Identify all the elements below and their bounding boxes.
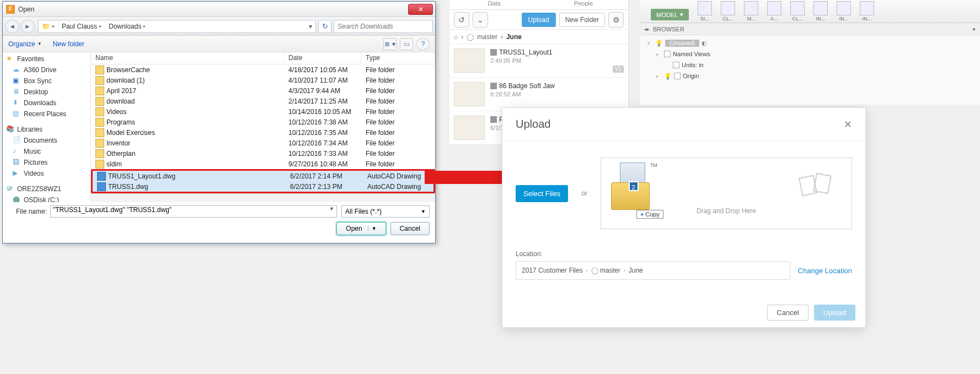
file-row[interactable]: TRUSS1_Layout1.dwg 6/2/2017 2:14 PM Auto… <box>93 171 433 181</box>
workspace-dropdown[interactable]: MODEL▾ <box>651 9 689 20</box>
crumb-master[interactable]: master <box>477 33 497 41</box>
upload-button[interactable]: Upload <box>522 13 556 27</box>
col-type[interactable]: Type <box>361 52 435 64</box>
cancel-button[interactable]: Cancel <box>390 222 430 235</box>
newfolder-button[interactable]: New folder <box>53 40 84 48</box>
search-input[interactable] <box>334 20 433 33</box>
computer-header[interactable]: 🖳ORE2ZS8WZ1 <box>3 183 90 194</box>
file-row[interactable]: BrowserCache 4/18/2017 10:05 AM File fol… <box>91 64 435 75</box>
ribbon-tool[interactable]: CL... <box>719 1 737 21</box>
cancel-button[interactable]: Cancel <box>767 305 808 321</box>
dropdown-icon[interactable]: ⌄ <box>473 12 488 28</box>
sidebar-item[interactable]: 📄Documents <box>3 135 90 146</box>
file-row[interactable]: sldim 9/27/2016 10:48 AM File folder <box>91 159 435 169</box>
dwg-icon <box>97 172 106 181</box>
open-button[interactable]: Open▼ <box>336 222 385 235</box>
address-bar[interactable]: 📁▸ Paul Clauss▸ Downloads▸ ▾ <box>38 20 316 33</box>
ribbon-tool[interactable]: SI... <box>695 1 714 21</box>
sidebar-item[interactable]: ⬤OSDisk (C:) <box>3 194 90 202</box>
sidebar-item[interactable]: ▣Box Sync <box>3 75 90 86</box>
ribbon-tool[interactable]: M... <box>742 1 761 21</box>
home-icon[interactable]: ⌂ <box>454 33 458 41</box>
sidebar-item[interactable]: ▤Recent Places <box>3 109 90 120</box>
file-name: Otherplan <box>106 150 136 158</box>
ribbon-tool[interactable]: A... <box>765 1 784 21</box>
sidebar-item[interactable]: ♪Music <box>3 146 90 157</box>
folder-icon <box>95 76 104 85</box>
tab-data[interactable]: Data <box>449 0 539 9</box>
help-button[interactable]: ? <box>416 38 430 50</box>
favorites-header[interactable]: ★Favorites <box>3 53 90 64</box>
column-headers[interactable]: Name Date Type <box>91 52 435 64</box>
close-icon[interactable]: ✕ <box>844 118 852 131</box>
data-panel-item[interactable]: TRUSS1_Layout1 2:49:05 PM V1 <box>449 44 628 78</box>
sidebar-item[interactable]: ▶Videos <box>3 168 90 179</box>
file-type: File folder <box>361 97 435 105</box>
col-name[interactable]: Name <box>91 52 284 64</box>
close-icon[interactable]: ✕ <box>408 4 433 15</box>
file-type: File folder <box>361 150 435 158</box>
gear-icon[interactable]: ⚙ <box>608 12 624 28</box>
ribbon-tool[interactable]: IN... <box>834 1 853 21</box>
file-row[interactable]: TRUSS1.dwg 6/2/2017 2:13 PM AutoCAD Draw… <box>93 181 433 192</box>
upload-submit-button[interactable]: Upload <box>814 305 855 321</box>
filetype-filter[interactable]: All Files (*.*)▼ <box>341 205 430 218</box>
col-date[interactable]: Date <box>284 52 361 64</box>
file-row[interactable]: Videos 10/14/2016 10:05 AM File folder <box>91 106 435 117</box>
crumb-user[interactable]: Paul Clauss▸ <box>58 20 105 32</box>
forward-button[interactable]: ► <box>20 19 35 34</box>
folder-icon <box>95 86 104 95</box>
crumb-root[interactable]: 📁▸ <box>39 20 58 32</box>
back-button[interactable]: ◄ <box>5 19 19 34</box>
drop-hint-icon <box>796 171 835 199</box>
preview-pane-button[interactable]: ▭ <box>400 38 413 50</box>
tree-units[interactable]: Units: in <box>640 59 980 71</box>
drop-zone[interactable]: TM 2 +Copy Drag and Drop Here <box>601 158 852 229</box>
tab-people[interactable]: People <box>539 0 628 9</box>
collapse-icon[interactable]: ◂▸ <box>644 26 650 32</box>
file-name: TRUSS1.dwg <box>108 183 148 191</box>
fusion-browser-panel: MODEL▾ SI... CL... M... A... CL... IN...… <box>640 0 980 105</box>
sidebar-item[interactable]: ☁A360 Drive <box>3 64 90 75</box>
file-row[interactable]: download 2/14/2017 11:25 AM File folder <box>91 96 435 106</box>
address-dropdown-icon[interactable]: ▾ <box>306 23 315 30</box>
file-row[interactable]: April 2017 4/3/2017 9:44 AM File folder <box>91 85 435 96</box>
view-button[interactable]: ≣ ▾ <box>383 38 397 50</box>
ribbon-tool[interactable]: IN... <box>858 1 876 21</box>
history-icon[interactable]: ↺ <box>454 12 469 28</box>
organize-button[interactable]: Organize▼ <box>8 40 42 48</box>
filename-input[interactable]: "TRUSS1_Layout1.dwg" "TRUSS1.dwg"▼ <box>50 205 337 218</box>
file-row[interactable]: Programs 10/12/2016 7:38 AM File folder <box>91 117 435 127</box>
file-date: 10/14/2016 10:05 AM <box>284 108 361 116</box>
tree-origin[interactable]: ▹💡Origin <box>640 71 980 82</box>
file-name: TRUSS1_Layout1.dwg <box>108 172 175 180</box>
design-icon <box>490 116 497 123</box>
scrollbar[interactable] <box>91 193 435 202</box>
file-row[interactable]: Inventor 10/12/2016 7:34 AM File folder <box>91 138 435 148</box>
crumb-folder[interactable]: Downloads▸ <box>105 20 149 32</box>
file-row[interactable]: Model Exercises 10/12/2016 7:35 AM File … <box>91 127 435 138</box>
libraries-header[interactable]: 📚Libraries <box>3 124 90 135</box>
data-panel-tabs: Data People <box>449 0 628 10</box>
select-files-button[interactable]: Select Files <box>516 185 568 202</box>
design-icon <box>490 49 497 56</box>
crumb-june[interactable]: June <box>506 33 522 41</box>
ribbon-tool[interactable]: IN... <box>811 1 830 21</box>
file-name: Inventor <box>106 139 130 147</box>
browser-tree: ▿💡(Unsaved)◐ ▹Named Views Units: in ▹💡Or… <box>640 35 980 84</box>
sidebar-item[interactable]: 🖥Desktop <box>3 86 90 97</box>
new-folder-button[interactable]: New Folder <box>559 13 605 27</box>
change-location-link[interactable]: Change Location <box>798 267 852 275</box>
file-name: sldim <box>106 160 122 168</box>
sidebar-item[interactable]: 🖼Pictures <box>3 157 90 168</box>
refresh-button[interactable]: ↻ <box>318 20 331 33</box>
tree-named-views[interactable]: ▹Named Views <box>640 48 980 59</box>
sidebar-item[interactable]: ⬇Downloads <box>3 97 90 109</box>
file-row[interactable]: download (1) 4/10/2017 11:07 AM File fol… <box>91 75 435 85</box>
ribbon-tool[interactable]: CL... <box>788 1 807 21</box>
file-row[interactable]: Otherplan 10/12/2016 7:33 AM File folder <box>91 148 435 159</box>
data-panel-item[interactable]: 86 Badge Soft Jaw 8:28:52 AM <box>449 78 628 111</box>
location-path: 2017 Customer Files› ◯ master› June <box>516 261 790 280</box>
browser-menu-icon[interactable]: ● <box>973 26 976 32</box>
tree-root[interactable]: ▿💡(Unsaved)◐ <box>640 37 980 48</box>
